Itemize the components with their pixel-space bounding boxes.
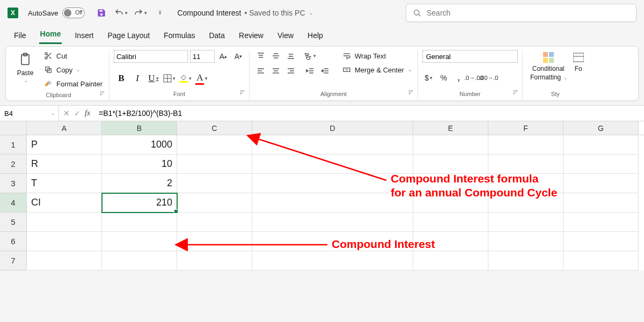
cell-a3[interactable]: T — [27, 174, 102, 193]
dialog-launcher[interactable]: ◸ — [100, 90, 105, 96]
font-color-button[interactable]: A▾ — [194, 71, 209, 85]
cell-c4[interactable] — [177, 193, 252, 213]
cell-g7[interactable] — [564, 251, 639, 270]
cell-e7[interactable] — [413, 251, 488, 270]
cell-g4[interactable] — [564, 193, 639, 213]
tab-page-layout[interactable]: Page Layout — [106, 29, 151, 44]
dialog-launcher[interactable]: ◸ — [240, 89, 245, 95]
cell-e3[interactable] — [413, 174, 488, 193]
customize-qat-button[interactable]: ⊽ — [152, 6, 166, 20]
column-header-g[interactable]: G — [564, 121, 639, 135]
save-button[interactable] — [94, 6, 108, 20]
cell-g6[interactable] — [564, 232, 639, 251]
merge-center-button[interactable]: Merge & Center⌵ — [340, 64, 413, 76]
decrease-decimal-button[interactable]: .00→.0 — [482, 71, 495, 84]
cell-f3[interactable] — [488, 174, 564, 193]
align-top-button[interactable] — [254, 50, 268, 62]
orientation-button[interactable]: ab▾ — [303, 50, 317, 62]
align-left-button[interactable] — [254, 65, 268, 77]
cell-g1[interactable] — [564, 135, 639, 155]
cell-b1[interactable]: 1000 — [102, 135, 177, 155]
cell-f2[interactable] — [488, 155, 564, 174]
border-button[interactable]: ▾ — [162, 71, 177, 85]
underline-button[interactable]: U▾ — [146, 71, 161, 85]
cell-a7[interactable] — [27, 251, 102, 270]
cell-a2[interactable]: R — [27, 155, 102, 174]
bold-button[interactable]: B — [114, 71, 129, 85]
cell-d4[interactable] — [252, 193, 413, 213]
increase-decimal-button[interactable]: .0→.00 — [467, 71, 480, 84]
cell-b2[interactable]: 10 — [102, 155, 177, 174]
row-header-6[interactable]: 6 — [0, 232, 27, 251]
cell-c1[interactable] — [177, 135, 252, 155]
wrap-text-button[interactable]: Wrap Text — [340, 50, 413, 62]
fx-button[interactable]: fx — [85, 109, 90, 118]
cell-f5[interactable] — [488, 213, 564, 232]
tab-view[interactable]: View — [276, 29, 295, 44]
dialog-launcher[interactable]: ◸ — [514, 89, 518, 95]
column-header-b[interactable]: B — [102, 121, 177, 135]
cell-c3[interactable] — [177, 174, 252, 193]
format-table-button[interactable]: Fo — [573, 50, 584, 72]
cell-b6[interactable] — [102, 232, 177, 251]
row-header-4[interactable]: 4 — [0, 193, 27, 213]
search-box[interactable] — [406, 4, 636, 22]
align-right-button[interactable] — [284, 65, 298, 77]
cancel-button[interactable]: ✕ — [63, 109, 70, 118]
percent-button[interactable]: % — [437, 71, 450, 84]
cell-d1[interactable] — [252, 135, 413, 155]
document-title[interactable]: Compound Interest • Saved to this PC ⌵ — [177, 9, 312, 17]
chevron-down-icon[interactable]: ⌵ — [52, 111, 54, 116]
column-header-e[interactable]: E — [413, 121, 488, 135]
cell-b4[interactable]: 210 — [102, 193, 177, 213]
cell-e6[interactable] — [413, 232, 488, 251]
align-bottom-button[interactable] — [284, 50, 298, 62]
cell-c2[interactable] — [177, 155, 252, 174]
redo-button[interactable]: ▾ — [133, 6, 147, 20]
dialog-launcher[interactable]: ◸ — [409, 89, 413, 95]
cell-f6[interactable] — [488, 232, 564, 251]
tab-data[interactable]: Data — [208, 29, 226, 44]
column-header-a[interactable]: A — [27, 121, 102, 135]
row-header-5[interactable]: 5 — [0, 213, 27, 232]
fill-color-button[interactable]: ▾ — [178, 71, 193, 85]
cell-c5[interactable] — [177, 213, 252, 232]
cell-a1[interactable]: P — [27, 135, 102, 155]
tab-home[interactable]: Home — [39, 27, 62, 44]
format-painter-button[interactable]: Format Painter — [41, 78, 105, 90]
cell-c7[interactable] — [177, 251, 252, 270]
decrease-indent-button[interactable] — [303, 65, 317, 77]
copy-button[interactable]: Copy⌵ — [41, 64, 105, 76]
increase-indent-button[interactable] — [318, 65, 332, 77]
comma-button[interactable]: , — [452, 71, 465, 84]
cell-d2[interactable] — [252, 155, 413, 174]
cell-e1[interactable] — [413, 135, 488, 155]
cell-d7[interactable] — [252, 251, 413, 270]
column-header-d[interactable]: D — [252, 121, 413, 135]
row-header-7[interactable]: 7 — [0, 251, 27, 270]
tab-help[interactable]: Help — [306, 29, 324, 44]
cell-b5[interactable] — [102, 213, 177, 232]
number-format-select[interactable] — [422, 50, 518, 63]
tab-formulas[interactable]: Formulas — [163, 29, 196, 44]
decrease-font-button[interactable]: A▾ — [232, 50, 245, 63]
tab-insert[interactable]: Insert — [74, 29, 94, 44]
toggle-switch[interactable]: Off — [62, 8, 85, 18]
italic-button[interactable]: I — [130, 71, 145, 85]
cell-f1[interactable] — [488, 135, 564, 155]
align-center-button[interactable] — [269, 65, 283, 77]
cell-a6[interactable] — [27, 232, 102, 251]
enter-button[interactable]: ✓ — [74, 109, 80, 118]
currency-button[interactable]: $▾ — [422, 71, 435, 84]
paste-button[interactable]: Paste ⌵ — [12, 50, 38, 83]
column-header-f[interactable]: F — [488, 121, 564, 135]
name-box[interactable]: ⌵ — [0, 106, 59, 121]
cell-d3[interactable] — [252, 174, 413, 193]
cell-reference-input[interactable] — [4, 109, 42, 118]
tab-review[interactable]: Review — [238, 29, 265, 44]
formula-input[interactable] — [94, 106, 644, 121]
select-all-corner[interactable] — [0, 121, 27, 135]
cell-e4[interactable] — [413, 193, 488, 213]
cut-button[interactable]: Cut — [41, 50, 105, 62]
row-header-3[interactable]: 3 — [0, 174, 27, 193]
